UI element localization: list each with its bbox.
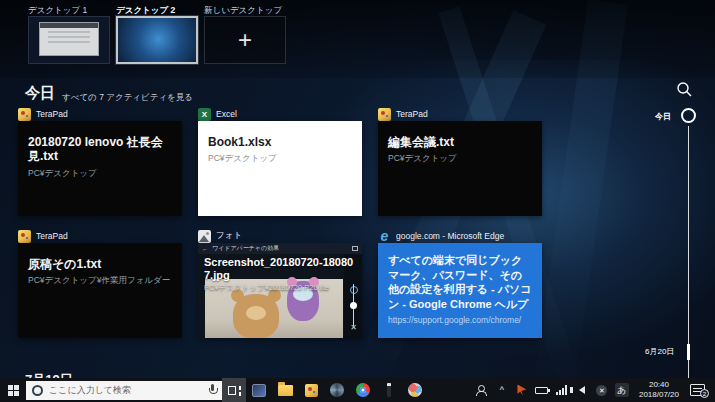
palette-icon bbox=[408, 383, 422, 397]
card-subtitle: PC¥デスクトップ bbox=[208, 153, 352, 165]
notification-badge: 2 bbox=[700, 389, 709, 398]
terapad-icon bbox=[378, 108, 391, 121]
edge-icon: e bbox=[378, 230, 391, 243]
next-date-heading-partial: 7月19日 bbox=[25, 371, 73, 378]
card-title: Book1.xlsx bbox=[208, 135, 352, 149]
scrubber-date-tick[interactable] bbox=[687, 344, 690, 360]
app-name: TeraPad bbox=[36, 231, 68, 241]
network-button[interactable] bbox=[554, 378, 570, 402]
card-app-label: TeraPad bbox=[378, 107, 428, 121]
app-name: Excel bbox=[216, 109, 237, 119]
search-icon[interactable] bbox=[676, 81, 693, 98]
swirl-app-icon bbox=[330, 383, 344, 397]
app-name: TeraPad bbox=[396, 109, 428, 119]
action-center-button[interactable]: 2 bbox=[690, 384, 705, 396]
card-subtitle: PC¥デスクトップ bbox=[28, 168, 172, 180]
battery-button[interactable] bbox=[534, 378, 550, 402]
speaker-icon bbox=[579, 386, 585, 394]
terapad-icon bbox=[18, 230, 31, 243]
viewer-title: ワイドアパーチャの効果 bbox=[212, 244, 279, 253]
activity-card-photos[interactable]: ← ワイドアパーチャの効果 ✕ Screenshot_20180720-1808… bbox=[198, 243, 362, 338]
taskbar-app-photo-tool[interactable] bbox=[324, 378, 350, 402]
pen-icon bbox=[387, 383, 391, 397]
taskbar-app-pen-tool[interactable] bbox=[376, 378, 402, 402]
taskbar: ^ ✕ あ 20:40 2018/07/20 2 bbox=[0, 378, 715, 402]
red-app-icon bbox=[517, 385, 526, 396]
see-all-activities-link[interactable]: すべての 7 アクティビティを見る bbox=[62, 92, 193, 104]
card-app-label: e google.com - Microsoft Edge bbox=[378, 229, 504, 243]
photos-icon bbox=[198, 230, 211, 243]
scrubber-today-label: 今日 bbox=[655, 111, 671, 122]
start-button[interactable] bbox=[0, 378, 26, 402]
tray-circle-button[interactable]: ✕ bbox=[594, 378, 610, 402]
terapad-icon bbox=[18, 108, 31, 121]
zoom-icon[interactable] bbox=[350, 286, 358, 294]
taskbar-search-box[interactable] bbox=[26, 381, 222, 400]
card-subtitle: PC¥デスクトップ¥作業用フォルダー bbox=[28, 275, 172, 287]
windows-logo-icon bbox=[8, 385, 19, 396]
clock-time: 20:40 bbox=[639, 380, 679, 390]
system-tray: ^ ✕ あ 20:40 2018/07/20 2 bbox=[474, 378, 715, 402]
people-icon bbox=[476, 385, 488, 396]
scrubber-date-label: 6月20日 bbox=[645, 346, 674, 357]
tray-app-button[interactable] bbox=[514, 378, 530, 402]
desktop-1-thumbnail[interactable] bbox=[28, 16, 110, 64]
activity-card-terapad-2[interactable]: 編集会議.txt PC¥デスクトップ bbox=[378, 121, 542, 216]
card-title: 編集会議.txt bbox=[388, 135, 532, 149]
microphone-icon[interactable] bbox=[208, 384, 216, 396]
chrome-icon bbox=[356, 383, 370, 397]
task-view-screen: { "desktops": { "items": [ { "label": "デ… bbox=[0, 0, 715, 402]
activity-card-edge[interactable]: すべての端末で同じブックマーク、パスワード、その他の設定を利用する - パソコン… bbox=[378, 243, 542, 338]
activity-card-terapad-1[interactable]: 20180720 lenovo 社長会見.txt PC¥デスクトップ bbox=[18, 121, 182, 216]
timeline-scrubber-track[interactable] bbox=[688, 126, 689, 378]
circle-x-icon: ✕ bbox=[596, 385, 607, 396]
desktop-1-window-preview bbox=[39, 22, 99, 56]
taskbar-app-file-explorer[interactable] bbox=[272, 378, 298, 402]
clock-date: 2018/07/20 bbox=[639, 390, 679, 400]
task-view-button[interactable] bbox=[222, 378, 246, 402]
folder-icon bbox=[278, 385, 293, 396]
app-name: google.com - Microsoft Edge bbox=[396, 231, 504, 241]
close-icon[interactable]: ✕ bbox=[350, 324, 357, 332]
cortana-icon bbox=[32, 385, 43, 396]
activity-card-terapad-3[interactable]: 原稿その1.txt PC¥デスクトップ¥作業用フォルダー bbox=[18, 243, 182, 338]
media-app-icon bbox=[252, 384, 266, 397]
desktop-2-thumbnail[interactable] bbox=[116, 16, 198, 64]
taskbar-clock[interactable]: 20:40 2018/07/20 bbox=[634, 380, 684, 401]
card-subtitle: PC¥デスクトップ¥20180720 P20 lite bbox=[204, 283, 344, 293]
scrubber-today-marker[interactable] bbox=[681, 108, 696, 123]
tray-expand-button[interactable]: ^ bbox=[494, 378, 510, 402]
card-title: すべての端末で同じブックマーク、パスワード、その他の設定を利用する - パソコン… bbox=[388, 253, 532, 311]
ime-mode-icon: あ bbox=[615, 383, 629, 397]
taskbar-app-media[interactable] bbox=[246, 378, 272, 402]
taskbar-app-paint-tool[interactable] bbox=[402, 378, 428, 402]
card-url: https://support.google.com/chrome/ bbox=[388, 315, 532, 325]
terapad-icon bbox=[305, 384, 318, 397]
card-title: 20180720 lenovo 社長会見.txt bbox=[28, 135, 172, 164]
ime-mode-button[interactable]: あ bbox=[614, 378, 630, 402]
activity-card-excel[interactable]: Book1.xlsx PC¥デスクトップ bbox=[198, 121, 362, 216]
card-title: Screenshot_20180720-180807.jpg bbox=[204, 256, 354, 281]
photos-app-titlebar: ← ワイドアパーチャの効果 bbox=[198, 243, 362, 254]
card-app-label: フォト bbox=[198, 229, 242, 243]
network-signal-icon bbox=[556, 385, 568, 395]
teddy-bear bbox=[233, 294, 279, 338]
excel-icon: X bbox=[198, 108, 211, 121]
people-button[interactable] bbox=[474, 378, 490, 402]
plus-icon: + bbox=[238, 28, 252, 52]
app-name: TeraPad bbox=[36, 109, 68, 119]
window-icon bbox=[352, 246, 358, 251]
today-section-title: 今日 bbox=[25, 84, 55, 103]
taskbar-app-terapad[interactable] bbox=[298, 378, 324, 402]
zoom-slider-knob[interactable] bbox=[350, 302, 357, 309]
taskbar-app-chrome[interactable] bbox=[350, 378, 376, 402]
card-app-label: TeraPad bbox=[18, 107, 68, 121]
card-subtitle: PC¥デスクトップ bbox=[388, 153, 532, 165]
new-desktop-button[interactable]: + bbox=[204, 16, 286, 64]
volume-button[interactable] bbox=[574, 378, 590, 402]
task-view-icon bbox=[228, 385, 241, 396]
back-arrow-icon: ← bbox=[202, 246, 208, 252]
search-input[interactable] bbox=[49, 385, 189, 395]
card-app-label: TeraPad bbox=[18, 229, 68, 243]
card-app-label: X Excel bbox=[198, 107, 237, 121]
